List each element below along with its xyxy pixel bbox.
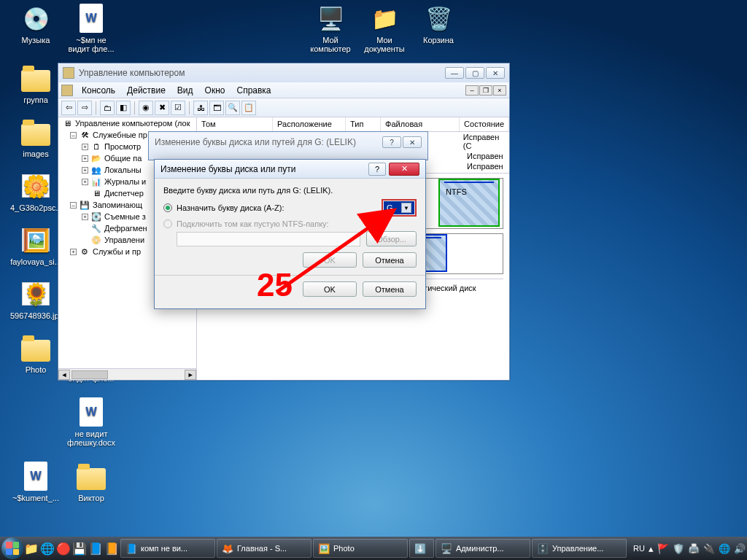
dlg1-title-text: Изменение буквы диска или путей для G: (… (155, 137, 356, 147)
forward-button[interactable]: ⇨ (77, 101, 92, 115)
refresh-button[interactable]: 🖧 (193, 101, 208, 115)
change-drive-letter-dialog: Изменение буквы диска или пути ? ✕ Введи… (154, 159, 426, 309)
pin-totalcmd[interactable]: 📁 (24, 539, 39, 558)
back-button[interactable]: ⇦ (61, 101, 76, 115)
task-admin[interactable]: 🖥️Администр... (436, 539, 530, 558)
dlg1-help[interactable]: ? (382, 136, 401, 148)
radio-mount-folder: Подключить том как пустую NTFS-папку: (163, 219, 417, 228)
mdi-minimize[interactable]: – (465, 85, 479, 96)
inner-cancel-button[interactable]: Отмена (363, 252, 417, 268)
col-fs[interactable]: Файловая система (381, 117, 460, 131)
tray-network-icon[interactable]: 🌐 (719, 543, 730, 554)
properties-button[interactable]: ◉ (139, 101, 153, 115)
help-button[interactable]: 🔍 (225, 101, 240, 115)
tray-volume-icon[interactable]: 🔊 (734, 543, 746, 554)
settings-button[interactable]: ☑ (171, 101, 185, 115)
export-button[interactable]: 🗔 (209, 101, 224, 115)
desktop-icon-recycle[interactable]: 🗑️Корзина (413, 3, 464, 44)
mmc-title-text: Управление компьютером (79, 68, 185, 78)
desktop-icon-photo[interactable]: Photo (10, 332, 61, 374)
tray-up-icon[interactable]: ▴ (649, 543, 654, 554)
browse-button: Обзор... (366, 231, 417, 246)
desktop-icon-doc1[interactable]: W~$мп не видит фле... (66, 3, 117, 53)
mdi-restore[interactable]: ❐ (479, 85, 492, 96)
cancel-button[interactable]: Отмена (363, 281, 417, 297)
tree-hscroll[interactable]: ◄► (58, 368, 196, 380)
task-mmc[interactable]: 🗄️Управление... (532, 539, 627, 558)
start-button[interactable] (1, 537, 23, 559)
close-button[interactable]: ✕ (486, 67, 505, 79)
mdi-icon (61, 85, 73, 96)
mount-path-input (177, 232, 360, 246)
pin-save[interactable]: 💾 (72, 539, 87, 558)
column-headers: Том Расположение Тип Файловая система Со… (197, 117, 509, 132)
mdi-close[interactable]: × (493, 85, 506, 96)
desktop-icon-viktor[interactable]: Виктор (66, 461, 117, 502)
col-volume[interactable]: Том (197, 117, 273, 131)
change-letter-parent-dialog: Изменение буквы диска или путей для G: (… (148, 131, 428, 160)
system-tray: RU ▴ 🚩 🛡️ 🖨️ 🔌 🌐 🔊 ℹ️ 23:20 (627, 543, 747, 554)
minimize-button[interactable]: — (445, 67, 464, 79)
delete-button[interactable]: ✖ (155, 101, 169, 115)
up-button[interactable]: 🗀 (100, 101, 115, 115)
radio-assign-letter[interactable]: Назначить букву диска (A-Z): G▼ (163, 199, 417, 217)
pin-opera[interactable]: 🔴 (56, 539, 71, 558)
dlg2-title-text: Изменение буквы диска или пути (160, 164, 296, 174)
desktop-icon-img3[interactable]: 🌻596748936.jpg (10, 279, 61, 320)
taskbar: 📁 🌐 🔴 💾 📘 📙 📘комп не ви... 🦊Главная - S.… (0, 537, 747, 560)
col-layout[interactable]: Расположение (273, 117, 346, 131)
task-photo[interactable]: 🖼️Photo (313, 539, 408, 558)
desktop-icon-img1[interactable]: 🌼4_G38o2psc... (10, 171, 61, 212)
desktop-icon-doc2[interactable]: Wне видит флешку.docx (66, 397, 117, 447)
dlg1-titlebar[interactable]: Изменение буквы диска или путей для G: (… (149, 132, 427, 152)
desktop-icon-music[interactable]: 💿Музыка (10, 3, 61, 44)
desktop-icon-mydocs[interactable]: 📁Мои документы (359, 3, 410, 53)
menu-help[interactable]: Справка (231, 84, 276, 97)
pin-dict[interactable]: 📙 (104, 539, 119, 558)
mmc-titlebar[interactable]: Управление компьютером — ▢ ✕ (58, 63, 509, 82)
menubar: Консоль Действие Вид Окно Справка – ❐ × (58, 82, 509, 98)
lang-indicator[interactable]: RU (633, 544, 645, 553)
dlg2-titlebar[interactable]: Изменение буквы диска или пути ? ✕ (155, 160, 425, 179)
vol-box-ntfs[interactable]: NTFS (438, 179, 500, 227)
tray-printer-icon[interactable]: 🖨️ (688, 543, 700, 554)
col-status[interactable]: Состояние (460, 117, 509, 131)
toolbar: ⇦ ⇨ 🗀 ◧ ◉ ✖ ☑ 🖧 🗔 🔍 📋 (58, 98, 509, 117)
task-download[interactable]: ⬇️ (409, 539, 434, 558)
task-word[interactable]: 📘комп не ви... (120, 539, 215, 558)
menu-console[interactable]: Консоль (76, 84, 121, 97)
menu-view[interactable]: Вид (171, 84, 199, 97)
maximize-button[interactable]: ▢ (465, 67, 484, 79)
desktop-icon-mycomputer[interactable]: 🖥️Мой компьютер (305, 3, 356, 53)
dlg2-prompt: Введите букву диска или путь для G: (LEL… (163, 186, 417, 195)
show-hide-button[interactable]: ◧ (116, 101, 131, 115)
inner-ok-button: OK (303, 252, 357, 268)
ok-button[interactable]: OK (303, 281, 357, 297)
radio-icon (163, 219, 172, 228)
desktop-icon-group[interactable]: группа (10, 63, 61, 104)
task-firefox[interactable]: 🦊Главная - S... (217, 539, 311, 558)
desktop-icon-img2[interactable]: 🖼️faylovaya_si... (10, 225, 61, 266)
radio-icon (163, 203, 172, 212)
pin-word[interactable]: 📘 (88, 539, 103, 558)
pin-chrome[interactable]: 🌐 (40, 539, 55, 558)
tree-root[interactable]: 🖥Управление компьютером (лок (58, 117, 196, 129)
desktop-icon-doc3[interactable]: W~$kument_... (10, 461, 61, 502)
tray-shield-icon[interactable]: 🛡️ (673, 543, 684, 554)
dlg2-help-button[interactable]: ? (368, 163, 386, 176)
mmc-app-icon (63, 67, 74, 79)
col-type[interactable]: Тип (346, 117, 381, 131)
chevron-down-icon: ▼ (401, 203, 411, 213)
menu-action[interactable]: Действие (121, 84, 171, 97)
menu-window[interactable]: Окно (199, 84, 231, 97)
tray-flag-icon[interactable]: 🚩 (657, 543, 669, 554)
dlg1-close[interactable]: ✕ (403, 136, 422, 148)
dlg2-close-button[interactable]: ✕ (389, 163, 419, 176)
tray-usb-icon[interactable]: 🔌 (703, 543, 715, 554)
desktop-icon-images[interactable]: images (10, 117, 61, 158)
list-button[interactable]: 📋 (241, 101, 256, 115)
drive-letter-select[interactable]: G▼ (382, 199, 417, 217)
